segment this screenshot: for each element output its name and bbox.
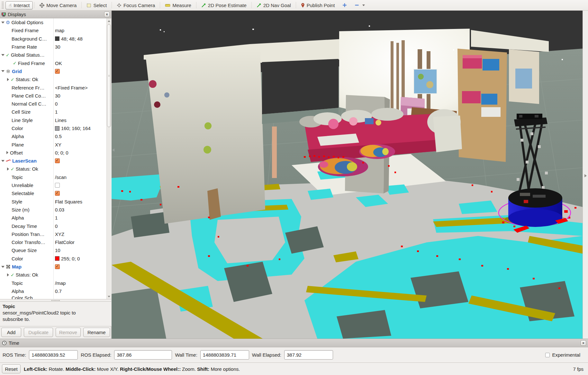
right-splitter-arrow[interactable]	[584, 174, 587, 177]
property-value[interactable]	[53, 158, 60, 163]
property-value[interactable]	[53, 191, 60, 196]
tree-row-global-status[interactable]: ✓Global Status…	[0, 51, 111, 59]
expander-open-icon[interactable]	[1, 54, 5, 56]
property-value[interactable]: Lines	[53, 117, 67, 123]
property-value[interactable]: 30	[53, 93, 60, 98]
scroll-down-arrow[interactable]	[107, 294, 111, 299]
checkbox-checked[interactable]	[55, 264, 60, 269]
tree-row-frame-rate[interactable]: Frame Rate30	[0, 43, 111, 51]
tree-row-decay-time[interactable]: Decay Time0	[0, 222, 111, 230]
tree-row-offset[interactable]: Offset0; 0; 0	[0, 149, 111, 157]
tree-row-laserscan[interactable]: LaserScan	[0, 157, 111, 165]
tree-row-fixed-frame[interactable]: ✓Fixed FrameOK	[0, 59, 111, 67]
tree-row-color[interactable]: Color255; 0; 0	[0, 255, 111, 263]
tree-row-alpha[interactable]: Alpha1	[0, 214, 111, 222]
tree-row-color[interactable]: Color160; 160; 164	[0, 124, 111, 132]
tree-row-fixed-frame[interactable]: Fixed Framemap	[0, 26, 111, 34]
property-value[interactable]: 48; 48; 48	[53, 36, 83, 42]
property-value[interactable]: 0; 0; 0	[53, 150, 68, 155]
tree-row-cell-size[interactable]: Cell Size1	[0, 108, 111, 116]
right-panel-splitter[interactable]	[583, 11, 588, 339]
checkbox-checked[interactable]	[55, 191, 60, 196]
property-value[interactable]: FlatColor	[53, 239, 75, 245]
property-value[interactable]: 160; 160; 164	[53, 126, 91, 131]
tree-row-status-ok[interactable]: ✓Status: Ok	[0, 165, 111, 173]
time-field-ros-elapsed[interactable]	[114, 350, 172, 360]
remove-button[interactable]: Remove	[56, 328, 81, 337]
tree-row-topic[interactable]: Topic/map	[0, 279, 111, 287]
tree-row-plane-cell-co[interactable]: Plane Cell Co…30	[0, 92, 111, 100]
property-value[interactable]: 30	[53, 44, 60, 50]
property-value[interactable]: /map	[53, 280, 66, 286]
expander-closed-icon[interactable]	[7, 167, 9, 171]
reset-button[interactable]: Reset	[2, 364, 21, 373]
tree-row-color-sch[interactable]: Color Sch…	[0, 295, 111, 299]
tool-2d-nav-goal[interactable]: 2D Nav Goal	[253, 1, 294, 9]
property-value[interactable]: XY	[53, 142, 61, 147]
expander-closed-icon[interactable]	[7, 78, 9, 81]
property-value[interactable]: 1	[53, 109, 58, 115]
tree-row-color-transfo[interactable]: Color Transfo…FlatColor	[0, 238, 111, 246]
expander-open-icon[interactable]	[1, 70, 5, 72]
tree-row-map[interactable]: Map	[0, 263, 111, 271]
3d-viewport[interactable]	[112, 11, 583, 339]
time-field-wall-elapsed[interactable]	[284, 350, 333, 360]
expander-open-icon[interactable]	[1, 22, 5, 23]
tree-row-grid[interactable]: Grid	[0, 67, 111, 75]
tree-row-line-style[interactable]: Line StyleLines	[0, 116, 111, 124]
property-value[interactable]: Flat Squares	[53, 199, 82, 204]
expander-closed-icon[interactable]	[7, 273, 9, 277]
tree-row-background-c[interactable]: Background C…48; 48; 48	[0, 35, 111, 43]
time-field-wall-time[interactable]	[200, 350, 249, 360]
property-value[interactable]: XYZ	[53, 231, 64, 237]
property-value[interactable]: 0	[53, 223, 58, 229]
time-close-button[interactable]: ×	[581, 340, 586, 346]
tool-measure[interactable]: Measure	[162, 1, 194, 9]
property-value[interactable]: 0.7	[53, 288, 62, 294]
property-value[interactable]: OK	[53, 61, 62, 66]
property-value[interactable]	[53, 183, 60, 188]
tool-interact[interactable]: ☝Interact	[5, 1, 33, 9]
property-value[interactable]: 0.5	[53, 134, 62, 139]
property-value[interactable]: /scan	[53, 174, 67, 180]
time-field-ros-time[interactable]	[29, 350, 78, 360]
tree-row-status-ok[interactable]: ✓Status: Ok	[0, 271, 111, 279]
tree-row-status-ok[interactable]: ✓Status: Ok	[0, 75, 111, 83]
tree-row-selectable[interactable]: Selectable	[0, 189, 111, 197]
tool-2d-pose-estimate[interactable]: 2D Pose Estimate	[198, 1, 250, 9]
checkbox-checked[interactable]	[55, 158, 60, 163]
toolbar-drag-handle[interactable]	[2, 2, 4, 9]
checkbox-unchecked[interactable]	[55, 183, 60, 188]
property-value[interactable]	[53, 264, 60, 269]
property-value[interactable]: 10	[53, 248, 60, 253]
tree-row-position-tran[interactable]: Position Tran…XYZ	[0, 230, 111, 238]
tree-row-plane[interactable]: PlaneXY	[0, 140, 111, 148]
property-value[interactable]: 0	[53, 101, 58, 107]
experimental-toggle[interactable]: Experimental	[545, 352, 580, 358]
rename-button[interactable]: Rename	[83, 328, 110, 337]
tree-row-style[interactable]: StyleFlat Squares	[0, 198, 111, 206]
checkbox-checked[interactable]	[55, 69, 60, 74]
property-value[interactable]	[53, 69, 60, 74]
expander-open-icon[interactable]	[1, 160, 5, 162]
tree-row-size-m[interactable]: Size (m)0.03	[0, 206, 111, 214]
tool-select[interactable]: Select	[83, 1, 110, 9]
experimental-checkbox[interactable]	[545, 353, 550, 357]
property-value[interactable]: 0.03	[53, 207, 64, 212]
tree-row-unreliable[interactable]: Unreliable	[0, 181, 111, 189]
tree-row-alpha[interactable]: Alpha0.5	[0, 132, 111, 140]
property-value[interactable]: 255; 0; 0	[53, 256, 80, 261]
property-value[interactable]: <Fixed Frame>	[53, 85, 88, 90]
property-value[interactable]: 1	[53, 215, 58, 220]
tree-row-queue-size[interactable]: Queue Size10	[0, 246, 111, 254]
add-tool-button[interactable]	[339, 2, 350, 9]
tree-row-global-options[interactable]: ⚙Global Options	[0, 18, 111, 26]
property-value[interactable]: map	[53, 28, 64, 33]
add-button[interactable]: Add	[1, 328, 21, 337]
displays-close-button[interactable]: ×	[104, 12, 110, 17]
remove-tool-button[interactable]	[351, 2, 368, 9]
scroll-up-arrow[interactable]	[107, 18, 111, 23]
expander-closed-icon[interactable]	[6, 151, 8, 154]
duplicate-button[interactable]: Duplicate	[24, 328, 53, 337]
left-splitter-arrow[interactable]	[112, 148, 114, 152]
